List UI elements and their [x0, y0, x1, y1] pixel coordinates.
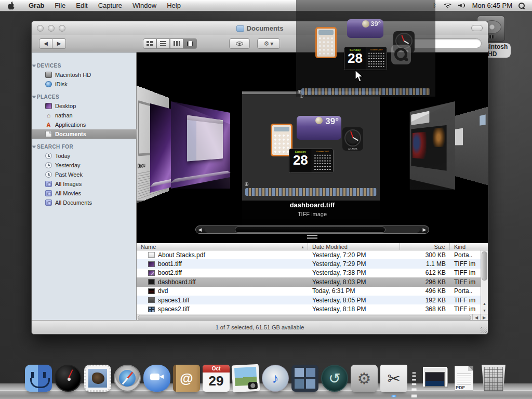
menu-clock[interactable]: Mon 6:45 PM: [472, 2, 512, 9]
cover-doc-title: Docu: [138, 162, 145, 170]
sidebar-section-devices[interactable]: DEVICES: [37, 63, 136, 69]
icon-view-button[interactable]: [143, 38, 156, 49]
add-widget-icon: ⊕: [244, 181, 249, 187]
dock-finder-icon[interactable]: [25, 365, 52, 392]
toolbar-toggle-button[interactable]: [471, 25, 483, 31]
sidebar-item-yesterday[interactable]: Yesterday: [32, 161, 136, 170]
sidebar-item-all-images[interactable]: All Images: [32, 179, 136, 189]
column-header-date-modified[interactable]: Date Modified: [308, 243, 400, 250]
status-bar: 1 of 7 selected, 61.51 GB available: [32, 320, 488, 334]
window-resize-grip[interactable]: [481, 327, 487, 333]
sidebar-section-places[interactable]: PLACES: [37, 94, 136, 100]
horizontal-scrollbar[interactable]: ◀ ▶: [137, 314, 488, 320]
forward-button[interactable]: ▶: [52, 38, 66, 49]
file-row-boot2[interactable]: boot2.tiff Yesterday, 7:38 PM612 KBTIFF …: [137, 269, 488, 277]
dock-trash-icon[interactable]: [480, 365, 507, 392]
menu-edit[interactable]: Edit: [71, 0, 92, 11]
scroll-up-arrow[interactable]: ▲: [481, 300, 488, 307]
sidebar-item-documents[interactable]: Documents: [32, 129, 137, 139]
moon-icon: [315, 117, 323, 124]
dock-itunes-icon[interactable]: ♪: [262, 365, 289, 392]
menu-window[interactable]: Window: [127, 0, 162, 11]
sidebar-item-label: iDisk: [55, 81, 68, 87]
wifi-icon[interactable]: [444, 3, 452, 8]
scroll-down-arrow[interactable]: ▼: [481, 307, 488, 314]
coverflow-scrollbar[interactable]: ◀ ▶: [195, 225, 429, 234]
file-row-boot1[interactable]: boot1.tiff Yesterday, 7:29 PM1.1 MBTIFF …: [137, 259, 488, 268]
calendar-grid: [368, 52, 385, 68]
calendar-widget: Sunday 28 October 2007: [289, 149, 334, 173]
file-row-about-stacks[interactable]: About Stacks.pdf Yesterday, 7:20 PM300 K…: [137, 250, 488, 259]
sidebar-item-macintosh-hd[interactable]: Macintosh HD: [32, 70, 136, 79]
menu-help[interactable]: Help: [162, 0, 186, 11]
coverflow-scroll-track[interactable]: [205, 227, 420, 233]
file-icon: [148, 279, 155, 285]
column-header-size[interactable]: Size: [400, 243, 450, 250]
menu-capture[interactable]: Capture: [93, 0, 127, 11]
coverflow-scroll-thumb[interactable]: [235, 227, 385, 233]
column-header-kind[interactable]: Kind: [450, 243, 488, 250]
sidebar: DEVICES Macintosh HD iDisk PLACES Deskto…: [32, 52, 137, 320]
coverflow-right-arrow[interactable]: ▶: [420, 227, 429, 232]
action-button[interactable]: ⚙▾: [257, 38, 280, 49]
list-view-button[interactable]: [156, 38, 170, 49]
sidebar-item-idisk[interactable]: iDisk: [32, 79, 136, 89]
dock-ical-icon[interactable]: Oct 29: [203, 365, 230, 392]
dock-address-book-icon[interactable]: @: [173, 365, 200, 392]
sidebar-item-label: Desktop: [55, 103, 76, 109]
applications-icon: A: [45, 122, 52, 128]
dock-grab-icon[interactable]: ✂: [380, 365, 407, 392]
mini-dock: [301, 88, 430, 95]
cover-spaces1-tiff[interactable]: [453, 107, 488, 185]
horizontal-scroll-thumb[interactable]: [138, 315, 471, 320]
scroll-right-arrow[interactable]: ▶: [480, 314, 488, 320]
spotlight-icon[interactable]: [518, 3, 525, 9]
coverflow-view-button[interactable]: [183, 38, 197, 49]
column-view-button[interactable]: [170, 38, 183, 49]
dock-time-machine-icon[interactable]: ↺: [321, 365, 348, 392]
sidebar-item-today[interactable]: Today: [32, 151, 136, 161]
dock-pdf-document-icon[interactable]: PDF: [450, 365, 477, 392]
dock-safari-icon[interactable]: [114, 365, 141, 392]
music-note-icon: ♪: [272, 370, 279, 387]
sidebar-item-all-documents[interactable]: All Documents: [32, 198, 136, 207]
documents-icon: [45, 131, 52, 137]
nav-buttons: ◀ ▶: [39, 38, 66, 49]
sidebar-item-all-movies[interactable]: All Movies: [32, 189, 136, 198]
volume-icon[interactable]: [458, 3, 466, 9]
menu-file[interactable]: File: [49, 0, 71, 11]
desktop-icon: [45, 103, 52, 109]
sidebar-item-home[interactable]: ⌂nathan: [32, 111, 136, 120]
sidebar-item-applications[interactable]: AApplications: [32, 120, 136, 129]
weather-temp: 39°: [370, 20, 381, 28]
dock-spaces-icon[interactable]: [291, 365, 318, 392]
file-row-spaces2[interactable]: spaces2.tiff Yesterday, 8:18 PM368 KBTIF…: [137, 304, 488, 313]
dock-dashboard-icon[interactable]: [55, 365, 82, 392]
menu-grab[interactable]: Grab: [23, 0, 49, 11]
clock-face: [344, 129, 361, 147]
dock-system-preferences-icon[interactable]: ⚙: [351, 365, 378, 392]
hard-drive-icon: [45, 72, 52, 78]
coverflow-left-arrow[interactable]: ◀: [196, 227, 204, 232]
quicklook-button[interactable]: [229, 38, 250, 49]
file-row-dashboard[interactable]: dashboard.tiff Yesterday, 8:03 PM296 KBT…: [137, 277, 488, 286]
dock-ichat-icon[interactable]: [143, 365, 170, 392]
vertical-scrollbar[interactable]: ▲ ▼: [481, 250, 488, 314]
sidebar-item-desktop[interactable]: Desktop: [32, 101, 136, 111]
vertical-scroll-thumb[interactable]: [482, 251, 487, 281]
back-button[interactable]: ◀: [39, 38, 52, 49]
column-header-name[interactable]: Name▲: [137, 243, 308, 250]
file-icon: [148, 270, 155, 276]
cover-dashboard-tiff[interactable]: ⊕ 39° SUNMONTUEWEDTHUFRI 45°51°57°60°47°…: [242, 91, 380, 201]
file-row-dvd[interactable]: dvd Today, 6:31 PM496 KBPorta..: [137, 287, 488, 296]
dock-documents-stack-icon[interactable]: [421, 365, 448, 392]
dock-iphoto-icon[interactable]: [232, 364, 260, 393]
sidebar-item-past-week[interactable]: Past Week: [32, 170, 136, 179]
sidebar-section-search-for[interactable]: SEARCH FOR: [37, 144, 136, 150]
apple-menu-icon[interactable]: [7, 2, 15, 10]
coverflow-resize-handle[interactable]: [307, 235, 317, 240]
file-row-spaces1[interactable]: spaces1.tiff Yesterday, 8:05 PM192 KBTIF…: [137, 296, 488, 304]
sidebar-item-label: Documents: [55, 131, 86, 137]
scroll-left-arrow[interactable]: ◀: [472, 314, 480, 320]
dock-mail-icon[interactable]: [84, 365, 111, 392]
